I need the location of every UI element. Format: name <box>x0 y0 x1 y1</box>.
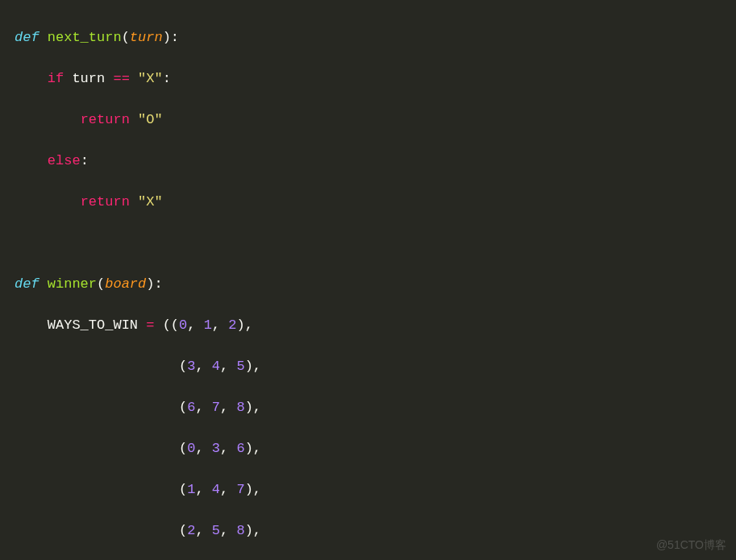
keyword-if: if <box>48 71 64 86</box>
code-line: def winner(board): <box>15 274 736 295</box>
keyword-def: def <box>15 276 40 292</box>
function-name: winner <box>48 276 97 292</box>
parameter: turn <box>130 30 163 45</box>
code-line: if turn == "X": <box>15 68 736 89</box>
code-line: return "X" <box>15 192 736 213</box>
code-line: def next_turn(turn): <box>15 27 736 48</box>
keyword-return: return <box>81 112 130 127</box>
keyword-return: return <box>81 194 130 209</box>
watermark-text: @51CTO博客 <box>656 537 726 554</box>
keyword-def: def <box>15 30 40 45</box>
code-line: (3, 4, 5), <box>15 356 736 377</box>
code-line: else: <box>15 151 736 172</box>
keyword-else: else <box>48 153 81 168</box>
code-line: WAYS_TO_WIN = ((0, 1, 2), <box>15 315 736 336</box>
function-name: next_turn <box>48 30 122 45</box>
code-line-blank <box>15 233 736 254</box>
code-line: (0, 3, 6), <box>15 438 736 459</box>
code-editor-content[interactable]: def next_turn(turn): if turn == "X": ret… <box>0 6 736 560</box>
parameter: board <box>105 276 146 292</box>
code-line: (1, 4, 7), <box>15 479 736 500</box>
code-line: (2, 5, 8), <box>15 521 736 541</box>
code-line: return "O" <box>15 110 736 131</box>
code-line: (6, 7, 8), <box>15 397 736 418</box>
